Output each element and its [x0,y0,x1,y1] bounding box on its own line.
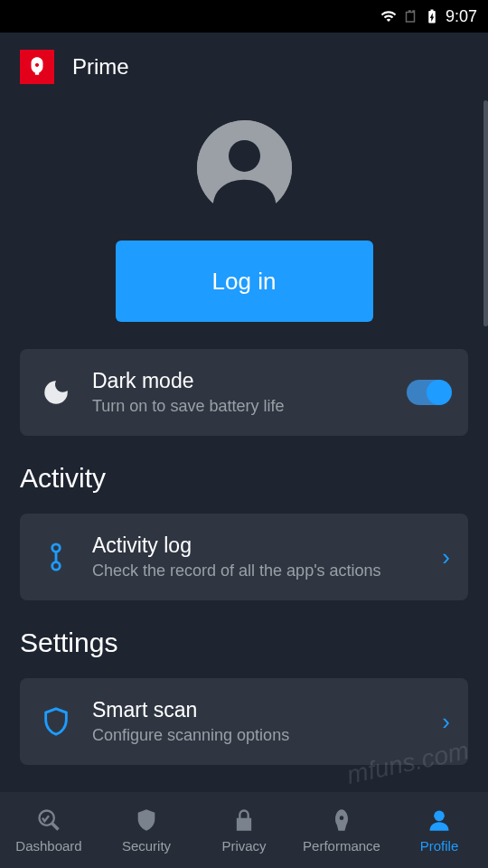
nav-label: Security [122,838,171,854]
svg-line-6 [52,823,59,829]
svg-point-2 [52,544,61,552]
shield-icon [38,703,74,740]
profile-block: Log in [20,100,468,349]
wifi-icon [380,8,397,24]
nav-privacy[interactable]: Privacy [195,792,293,868]
svg-point-1 [229,140,260,172]
content-scroll[interactable]: Log in Dark mode Turn on to save battery… [0,100,488,792]
activity-log-title: Activity log [92,533,424,558]
activity-log-card[interactable]: Activity log Check the record of all the… [20,514,468,600]
scroll-indicator [483,100,488,326]
app-header: Prime [0,33,488,100]
nav-label: Dashboard [15,838,81,854]
profile-icon [427,807,452,833]
app-logo [20,50,54,84]
battery-charging-icon [424,8,440,24]
nav-performance[interactable]: Performance [293,792,390,868]
nav-label: Performance [303,838,380,854]
nav-dashboard[interactable]: Dashboard [0,792,98,868]
nav-profile[interactable]: Profile [390,792,488,868]
smart-scan-title: Smart scan [92,698,424,722]
lock-icon [231,807,257,833]
app-title: Prime [72,54,129,80]
moon-icon [38,374,74,410]
nav-label: Privacy [221,838,266,854]
svg-point-7 [434,810,445,821]
smart-scan-subtitle: Configure scanning options [92,726,424,745]
sim-icon [402,8,418,24]
login-button[interactable]: Log in [116,241,373,322]
nav-label: Profile [420,838,459,854]
activity-log-icon [38,539,74,575]
activity-log-subtitle: Check the record of all the app's action… [92,561,424,580]
bottom-nav: Dashboard Security Privacy Performance P… [0,792,488,868]
status-time: 9:07 [446,7,477,26]
dark-mode-subtitle: Turn on to save battery life [92,397,389,416]
chevron-right-icon: › [442,708,450,736]
section-heading-activity: Activity [20,463,468,494]
status-bar: 9:07 [0,0,488,33]
rocket-icon [329,807,354,833]
nav-security[interactable]: Security [98,792,195,868]
dark-mode-card: Dark mode Turn on to save battery life [20,349,468,436]
svg-point-3 [52,562,61,571]
dark-mode-title: Dark mode [92,369,389,393]
dark-mode-toggle[interactable] [407,380,450,405]
section-heading-settings: Settings [20,627,468,658]
security-icon [134,807,159,833]
chevron-right-icon: › [442,543,450,571]
dashboard-icon [36,807,61,833]
smart-scan-card[interactable]: Smart scan Configure scanning options › [20,678,468,765]
avatar [197,120,292,215]
